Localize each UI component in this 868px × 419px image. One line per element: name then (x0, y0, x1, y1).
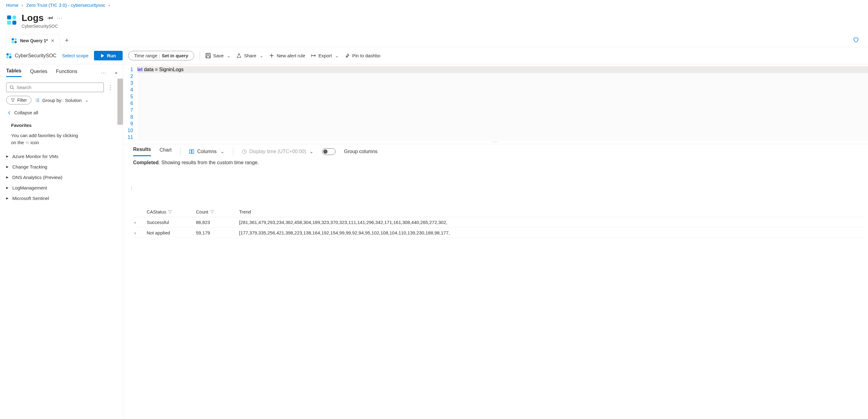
tab-results[interactable]: Results (133, 147, 151, 156)
expand-row-icon[interactable]: › (134, 230, 147, 235)
logs-icon (6, 14, 17, 26)
display-time-label: Display time (UTC+00:00) (249, 149, 306, 154)
query-content: 1234567891011 let data = SigninLogs | wh… (123, 64, 868, 419)
chevron-down-icon: ⌄ (220, 149, 224, 154)
chevron-down-icon: ⌄ (259, 53, 264, 59)
tree-item-label: DNS Analytics (Preview) (12, 175, 63, 180)
chevron-right-icon: ▸ (6, 164, 9, 169)
share-button[interactable]: Share ⌄ (236, 53, 264, 59)
more-icon[interactable]: ··· (57, 15, 63, 20)
table-row[interactable]: ›Not applied59,179[177,379,335,256,421,3… (133, 228, 864, 238)
svg-rect-17 (192, 150, 194, 154)
save-label: Save (213, 53, 224, 58)
export-button[interactable]: Export ⌄ (311, 53, 339, 59)
columns-button[interactable]: Columns ⌄ (189, 149, 224, 154)
list-icon (35, 98, 40, 103)
workspace-label: CyberSecuritySOC (15, 53, 56, 59)
svg-rect-13 (207, 53, 209, 55)
more-icon[interactable]: ··· (101, 70, 106, 75)
tree-item[interactable]: ▸Microsoft Sentinel (6, 193, 121, 203)
clock-icon (242, 149, 247, 154)
query-tab-bar: New Query 1* ✕ + (0, 34, 868, 47)
run-button[interactable]: Run (94, 51, 123, 60)
breadcrumb-home[interactable]: Home (6, 2, 19, 8)
group-columns-toggle[interactable] (322, 148, 336, 155)
search-field[interactable] (17, 85, 100, 90)
group-by-selector[interactable]: Group by: Solution ⌄ (35, 97, 89, 103)
logs-icon (6, 53, 12, 59)
svg-rect-8 (6, 53, 9, 56)
chevron-right-icon: › (22, 2, 23, 8)
filter-button[interactable]: Filter (6, 96, 31, 104)
editor-code[interactable]: let data = SigninLogs | where AppDisplay… (137, 66, 868, 141)
tab-functions[interactable]: Functions (56, 69, 78, 77)
tree-item-label: Azure Monitor for VMs (12, 154, 58, 159)
share-icon (236, 53, 242, 58)
scrollbar[interactable] (117, 78, 123, 125)
more-vertical-icon[interactable]: ⋮ (107, 84, 113, 91)
tree-item[interactable]: ▸DNS Analytics (Preview) (6, 172, 121, 183)
search-input[interactable] (6, 83, 104, 92)
chevron-down-icon: ⌄ (309, 149, 313, 154)
collapse-panel-icon[interactable]: « (115, 70, 117, 75)
breadcrumb: Home › Zero Trust (TIC 3.0) - cybersecur… (0, 0, 868, 10)
search-icon (9, 85, 14, 90)
chevron-right-icon: ▸ (6, 154, 9, 159)
columns-label: Columns (197, 149, 217, 154)
drag-handle-icon[interactable]: ⋮ (129, 170, 863, 207)
save-button[interactable]: Save ⌄ (206, 53, 231, 59)
query-tab-label: New Query 1* (20, 38, 48, 43)
pin-dashboard-button[interactable]: Pin to dashbo (344, 53, 380, 58)
add-tab-button[interactable]: + (62, 36, 72, 44)
filter-icon[interactable] (168, 210, 172, 214)
chevron-right-icon: › (108, 2, 110, 8)
table-row[interactable]: ›Successful86,823[281,361,479,293,234,36… (133, 217, 864, 228)
pin-icon[interactable] (48, 15, 53, 21)
new-alert-button[interactable]: New alert rule (269, 53, 305, 58)
tree-item-label: Change Tracking (12, 164, 47, 169)
breadcrumb-workbook[interactable]: Zero Trust (TIC 3.0) - cybersecuritysoc (26, 2, 105, 8)
tree-item[interactable]: ▸LogManagement (6, 183, 121, 193)
pin-label: Pin to dashbo (352, 53, 380, 58)
column-header-castatus[interactable]: CAStatus (147, 209, 196, 215)
query-tab[interactable]: New Query 1* ✕ (6, 34, 60, 47)
select-scope-link[interactable]: Select scope (62, 53, 88, 58)
cell-castatus: Not applied (147, 230, 196, 235)
tree-item-label: Microsoft Sentinel (12, 196, 49, 201)
svg-rect-0 (7, 15, 11, 20)
export-icon (311, 53, 316, 58)
columns-icon (189, 149, 194, 154)
save-icon (206, 53, 211, 58)
svg-rect-6 (12, 41, 14, 43)
svg-rect-16 (189, 150, 191, 154)
cell-count: 86,823 (196, 220, 239, 225)
tab-queries[interactable]: Queries (30, 69, 48, 77)
tree-item[interactable]: ▸Azure Monitor for VMs (6, 151, 121, 161)
pin-icon (344, 53, 350, 58)
page-header: Logs ··· CyberSecuritySOC (0, 10, 868, 34)
svg-rect-5 (14, 38, 17, 40)
svg-rect-1 (12, 15, 16, 20)
close-icon[interactable]: ✕ (51, 38, 55, 43)
logs-icon (11, 38, 17, 43)
column-header-count[interactable]: Count (196, 209, 239, 215)
group-columns-label: Group columns (344, 149, 378, 154)
svg-rect-3 (12, 21, 16, 25)
time-range-picker[interactable]: Time range : Set in query (128, 51, 194, 60)
expand-row-icon[interactable]: › (134, 220, 147, 225)
separator (180, 148, 181, 155)
tree-item[interactable]: ▸Change Tracking (6, 161, 121, 172)
tab-tables[interactable]: Tables (6, 68, 22, 77)
heart-icon[interactable] (852, 36, 859, 44)
collapse-all-button[interactable]: Collapse all (6, 110, 121, 115)
tab-chart[interactable]: Chart (160, 147, 172, 156)
display-time-selector[interactable]: Display time (UTC+00:00) ⌄ (242, 149, 313, 154)
page-subtitle: CyberSecuritySOC (22, 24, 63, 29)
favorites-heading: Favorites (6, 120, 121, 130)
filter-icon[interactable] (210, 210, 214, 214)
column-header-trend[interactable]: Trend (239, 209, 863, 215)
plus-icon (269, 53, 274, 58)
kql-editor[interactable]: 1234567891011 let data = SigninLogs | wh… (123, 64, 868, 141)
results-toolbar: Results Chart Columns ⌄ Display time (UT… (123, 144, 868, 156)
page-title: Logs (22, 13, 44, 23)
